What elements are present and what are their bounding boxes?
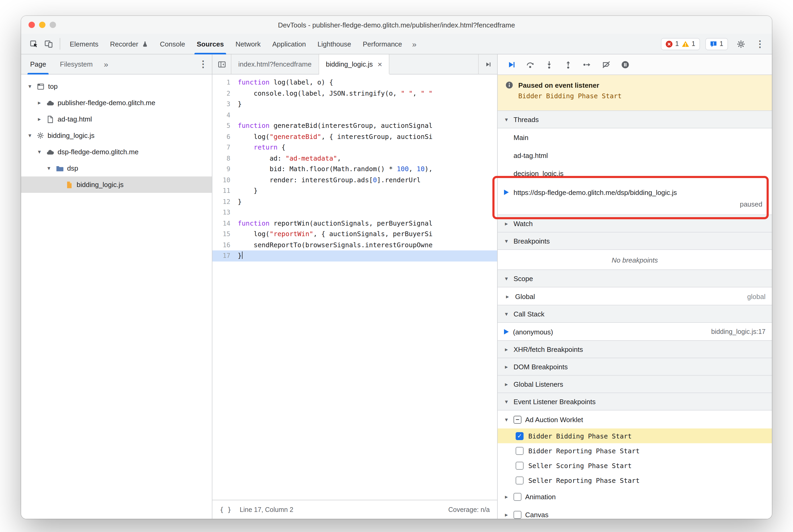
console-status-badges[interactable]: 1 1 (661, 38, 700, 50)
editor-tab-overflow-icon[interactable] (478, 54, 497, 74)
editor-tab-bidding-logic-js[interactable]: bidding_logic.js× (319, 54, 390, 74)
tree-item-dsp[interactable]: ▾dsp (21, 160, 212, 176)
line-number[interactable]: 14 (212, 218, 238, 229)
line-number[interactable]: 15 (212, 229, 238, 240)
code-line[interactable]: 11 } (212, 186, 497, 196)
tab-elements[interactable]: Elements (64, 34, 104, 54)
checkbox-checked-icon[interactable]: ✓ (516, 432, 524, 440)
tree-item-ad-tag-html[interactable]: ▸ad-tag.html (21, 111, 212, 127)
navigator-kebab-icon[interactable]: ⋮ (196, 59, 210, 70)
code-line[interactable]: 17} (212, 250, 497, 261)
code-line[interactable]: 16 sendReportTo(browserSignals.interestG… (212, 240, 497, 250)
window-titlebar[interactable]: DevTools - publisher-fledge-demo.glitch.… (21, 16, 772, 34)
thread-item-current[interactable]: https://dsp-fledge-demo.glitch.me/dsp/bi… (498, 182, 772, 215)
deactivate-breakpoints-button[interactable] (598, 57, 614, 72)
line-number[interactable]: 17 (212, 250, 238, 261)
section-header-threads[interactable]: ▾Threads (498, 110, 772, 128)
tab-sources[interactable]: Sources (191, 34, 230, 54)
code-editor[interactable]: 1function log(label, o) {2 console.log(l… (212, 75, 497, 500)
line-number[interactable]: 6 (212, 131, 238, 142)
minimize-window-button[interactable] (39, 22, 45, 28)
call-stack-frame[interactable]: (anonymous)bidding_logic.js:17 (498, 323, 772, 341)
issues-button[interactable]: 1 (705, 38, 728, 50)
tree-item-bidding-logic-js[interactable]: ▾bidding_logic.js (21, 127, 212, 144)
checkbox-indeterminate-icon[interactable]: − (513, 416, 522, 423)
pretty-print-button[interactable]: { } (220, 506, 231, 513)
step-button[interactable] (579, 57, 595, 72)
line-number[interactable]: 1 (212, 77, 238, 88)
thread-item-main[interactable]: Main (498, 128, 772, 146)
thread-item-ad-tag-html[interactable]: ad-tag.html (498, 146, 772, 164)
step-over-button[interactable] (522, 57, 538, 72)
section-header-watch[interactable]: ▸Watch (498, 214, 772, 232)
section-header-breakpoints[interactable]: ▾Breakpoints (498, 232, 772, 250)
section-header-global-listeners[interactable]: ▸Global Listeners (498, 375, 772, 393)
code-line[interactable]: 15 log("reportWin", { auctionSignals, pe… (212, 229, 497, 240)
step-into-button[interactable] (541, 57, 557, 72)
settings-gear-icon[interactable] (733, 36, 748, 51)
line-number[interactable]: 10 (212, 175, 238, 186)
elb-item-bidder-bidding-phase-start[interactable]: ✓Bidder Bidding Phase Start (498, 429, 772, 443)
line-number[interactable]: 7 (212, 142, 238, 153)
code-line[interactable]: 9 bid: Math.floor(Math.random() * 100, 1… (212, 164, 497, 175)
code-line[interactable]: 6 log("generateBid", { interestGroup, au… (212, 131, 497, 142)
line-number[interactable]: 3 (212, 99, 238, 110)
step-out-button[interactable] (560, 57, 576, 72)
close-window-button[interactable] (29, 22, 35, 28)
inspect-icon[interactable] (26, 36, 41, 51)
code-line[interactable]: 4 (212, 110, 497, 120)
section-header-call-stack[interactable]: ▾Call Stack (498, 305, 772, 323)
tab-lighthouse[interactable]: Lighthouse (312, 34, 357, 54)
resume-button[interactable] (503, 57, 519, 72)
section-header-event-listener-breakpoints[interactable]: ▾Event Listener Breakpoints (498, 393, 772, 411)
elb-item-bidder-reporting-phase-start[interactable]: Bidder Reporting Phase Start (498, 443, 772, 458)
tree-item-dsp-fledge-demo-glitch-me[interactable]: ▾dsp-fledge-demo.glitch.me (21, 144, 212, 160)
close-tab-icon[interactable]: × (377, 60, 382, 68)
navigator-tab-page[interactable]: Page (23, 54, 53, 74)
code-line[interactable]: 8 ad: "ad-metadata", (212, 153, 497, 164)
checkbox-unchecked-icon[interactable] (516, 476, 524, 484)
code-line[interactable]: 1function log(label, o) { (212, 77, 497, 88)
checkbox-unchecked-icon[interactable] (513, 493, 522, 500)
line-number[interactable]: 8 (212, 153, 238, 164)
line-number[interactable]: 11 (212, 186, 238, 196)
line-number[interactable]: 2 (212, 88, 238, 99)
line-number[interactable]: 13 (212, 207, 238, 218)
code-line[interactable]: 7 return { (212, 142, 497, 153)
code-line[interactable]: 10 render: interestGroup.ads[0].renderUr… (212, 175, 497, 186)
checkbox-unchecked-icon[interactable] (516, 447, 524, 455)
device-toolbar-icon[interactable] (41, 36, 56, 51)
line-number[interactable]: 12 (212, 196, 238, 207)
elb-group-ad-auction-worklet[interactable]: ▾−Ad Auction Worklet (498, 411, 772, 429)
checkbox-unchecked-icon[interactable] (516, 461, 524, 469)
line-number[interactable]: 16 (212, 240, 238, 250)
line-number[interactable]: 4 (212, 110, 238, 120)
tree-item-top[interactable]: ▾top (21, 78, 212, 95)
tree-item-publisher-fledge-demo-glitch-me[interactable]: ▸publisher-fledge-demo.glitch.me (21, 95, 212, 111)
tab-network[interactable]: Network (229, 34, 266, 54)
more-panels-button[interactable]: » (408, 39, 421, 48)
thread-item-decision-logic-js[interactable]: decision_logic.js (498, 164, 772, 182)
more-navigator-tabs-button[interactable]: » (99, 60, 113, 69)
tab-console[interactable]: Console (154, 34, 191, 54)
tree-item-bidding-logic-js[interactable]: bidding_logic.js (21, 176, 212, 193)
section-header-dom-breakpoints[interactable]: ▸DOM Breakpoints (498, 358, 772, 376)
tab-recorder[interactable]: Recorder (104, 34, 154, 54)
main-menu-kebab-icon[interactable]: ⋮ (753, 38, 767, 50)
navigator-tab-filesystem[interactable]: Filesystem (53, 54, 99, 74)
line-number[interactable]: 5 (212, 120, 238, 131)
zoom-window-button[interactable] (50, 22, 56, 28)
editor-tab-index-html-fencedframe[interactable]: index.html?fencedframe (231, 54, 319, 74)
tab-application[interactable]: Application (266, 34, 312, 54)
line-number[interactable]: 9 (212, 164, 238, 175)
show-navigator-icon[interactable] (212, 54, 231, 74)
code-line[interactable]: 2 console.log(label, JSON.stringify(o, "… (212, 88, 497, 99)
section-header-scope[interactable]: ▾Scope (498, 269, 772, 287)
scope-item-global[interactable]: ▸Globalglobal (498, 287, 772, 305)
code-line[interactable]: 12} (212, 196, 497, 207)
pause-on-exceptions-button[interactable] (617, 57, 633, 72)
elb-group-animation[interactable]: ▸Animation (498, 488, 772, 506)
elb-item-seller-scoring-phase-start[interactable]: Seller Scoring Phase Start (498, 458, 772, 473)
code-line[interactable]: 14function reportWin(auctionSignals, per… (212, 218, 497, 229)
elb-group-canvas[interactable]: ▸Canvas (498, 506, 772, 519)
